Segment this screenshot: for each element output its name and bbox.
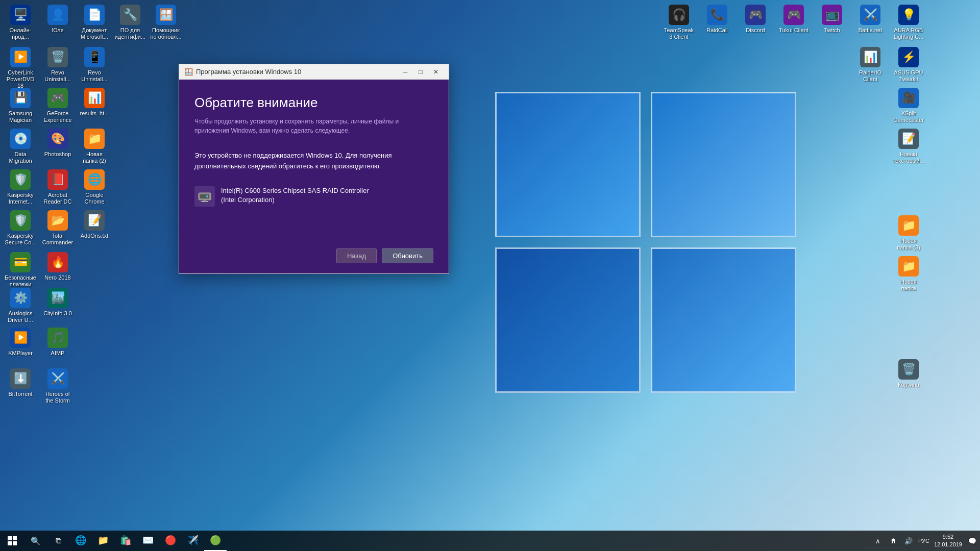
icon-word-doc[interactable]: 📄 Документ Microsoft...	[77, 3, 112, 42]
icon-discord[interactable]: 🎮 Discord	[738, 3, 773, 36]
taskbar-clock[interactable]: 9:52 12.01.2019	[932, 533, 965, 549]
icon-bittorrent[interactable]: ⬇️ BitTorrent	[3, 366, 38, 399]
icon-auslogics[interactable]: ⚙️ Auslogics Driver U...	[3, 286, 38, 325]
icon-new-folder-3[interactable]: 📁 Новая папка (3)	[891, 213, 926, 253]
tray-show-hidden[interactable]: ∧	[870, 531, 886, 551]
word-doc-label: Документ Microsoft...	[79, 27, 110, 40]
icon-geforce[interactable]: 🎮 GeForce Experience	[40, 86, 76, 126]
icon-new-folder-2[interactable]: 📁 Новая папка (2)	[77, 127, 112, 166]
tukui-icon: 🎮	[783, 5, 804, 25]
svg-rect-8	[13, 541, 17, 545]
new-folder-3-icon: 📁	[898, 215, 919, 236]
icon-new-folder[interactable]: 📁 Новая папка	[891, 254, 926, 294]
taskbar-app-store[interactable]: 🛍️	[114, 531, 137, 551]
icon-asus-gpu[interactable]: ⚡ ASUS GPU Tweakii	[891, 45, 926, 85]
taskbar-app-mail[interactable]: ✉️	[137, 531, 159, 551]
icon-new-textfile[interactable]: 📝 Новый текстовый...	[891, 127, 926, 166]
xsplit-icon: 🟢	[210, 535, 221, 546]
battlenet-label: Battle.net	[859, 27, 882, 34]
icon-xsplit-gamecaster[interactable]: 🎥 XSplit Gamecaster	[891, 86, 926, 126]
icon-cyberlink[interactable]: ▶️ CyberLink PowerDVD 18	[3, 45, 38, 92]
revo-label: Revo Uninstall...	[42, 69, 74, 83]
tray-action-center[interactable]: 🗨️	[965, 531, 980, 551]
icon-cityinfo[interactable]: 🏙️ CityInfo 3.0	[40, 286, 76, 319]
language-label: РУС	[918, 538, 929, 544]
tray-volume-icon[interactable]: 🔊	[901, 531, 916, 551]
icon-bezopasnyie[interactable]: 💳 Безопасные платежи	[3, 250, 38, 290]
icon-teamspeak3[interactable]: 🎧 TeamSpeak 3 Client	[661, 3, 697, 42]
modal-controls: ─ □ ✕	[398, 67, 444, 77]
start-button[interactable]	[0, 531, 24, 551]
icon-acrobat[interactable]: 📕 Acrobat Reader DC	[40, 167, 76, 207]
samsung-magician-icon: 💾	[10, 88, 31, 108]
icon-pomoshnik[interactable]: 🪟 Помощник по обновл...	[148, 3, 184, 42]
smart-switch-icon: 📱	[84, 47, 105, 67]
taskbar-taskview-button[interactable]: ⧉	[47, 531, 69, 551]
icon-aura-rgb[interactable]: 💡 AURA RGB Lighting C...	[891, 3, 926, 42]
icon-raiderio[interactable]: 📊 RaiderIO Client	[852, 45, 888, 85]
icon-kaspersky-secure[interactable]: 🛡️ Kaspersky Secure Co...	[3, 208, 38, 248]
photoshop-icon: 🎨	[47, 129, 68, 149]
discord-label: Discord	[746, 27, 765, 34]
icon-po-dlya[interactable]: 🔧 ПО для идентифи...	[112, 3, 148, 42]
taskbar-app-explorer[interactable]: 📁	[92, 531, 114, 551]
kaspersky-internet-icon: 🛡️	[10, 169, 31, 190]
nero-label: Nero 2018	[44, 274, 70, 281]
modal-close-button[interactable]: ✕	[428, 67, 444, 77]
icon-nero[interactable]: 🔥 Nero 2018	[40, 250, 76, 283]
battlenet-icon: ⚔️	[860, 5, 880, 25]
modal-update-button[interactable]: Обновить	[382, 248, 433, 263]
new-folder-2-icon: 📁	[84, 129, 105, 149]
icon-smart-switch[interactable]: 📱 Revo Uninstall...	[77, 45, 112, 85]
icon-online-product[interactable]: 🖥️ Онлайн-прод...	[3, 3, 38, 42]
pomoshnik-label: Помощник по обновл...	[150, 27, 182, 40]
tray-language[interactable]: РУС	[916, 531, 932, 551]
modal-minimize-button[interactable]: ─	[398, 67, 413, 77]
icon-raidcall[interactable]: 📞 RaidCall	[699, 3, 735, 36]
icon-photoshop[interactable]: 🎨 Photoshop	[40, 127, 76, 160]
nero-icon: 🔥	[47, 252, 68, 272]
modal-device-item: Intel(R) C600 Series Chipset SAS RAID Co…	[194, 182, 433, 211]
modal-back-button[interactable]: Назад	[336, 248, 377, 263]
explorer-icon: 📁	[97, 535, 109, 546]
icon-kaspersky-internet[interactable]: 🛡️ Kaspersky Internet...	[3, 167, 38, 207]
kmplayer-label: KMPlayer	[8, 350, 33, 357]
icon-revo[interactable]: 🗑️ Revo Uninstall...	[40, 45, 76, 85]
taskbar-app-edge[interactable]: 🌐	[69, 531, 92, 551]
asus-gpu-icon: ⚡	[898, 47, 919, 67]
taskbar-search-button[interactable]: 🔍	[24, 531, 47, 551]
icon-recycle-bin[interactable]: 🗑️ Корзина	[891, 357, 926, 390]
modal-title-icon: 🪟	[184, 68, 193, 76]
raiderio-icon: 📊	[860, 47, 880, 67]
icon-kmplayer[interactable]: ▶️ KMPlayer	[3, 325, 38, 359]
bittorrent-icon: ⬇️	[10, 368, 31, 389]
taskbar-app-telegram[interactable]: ✈️	[182, 531, 204, 551]
pomoshnik-icon: 🪟	[156, 5, 176, 25]
addons-txt-icon: 📝	[84, 210, 105, 231]
bezopasnyie-icon: 💳	[10, 252, 31, 272]
twitch-label: Twitch	[824, 27, 840, 34]
icon-aimp[interactable]: 🎵 AIMP	[40, 325, 76, 359]
modal-window: 🪟 Программа установки Windows 10 ─ □ ✕ О…	[179, 64, 449, 274]
icon-yulia[interactable]: 👤 Юля	[40, 3, 76, 36]
telegram-icon: ✈️	[187, 535, 199, 546]
icon-results[interactable]: 📊 results_ht...	[77, 86, 112, 119]
taskbar-app-xsplit[interactable]: 🟢	[204, 531, 227, 551]
geforce-icon: 🎮	[47, 88, 68, 108]
icon-google-chrome[interactable]: 🌐 Google Chrome	[77, 167, 112, 207]
icon-addons-txt[interactable]: 📝 AddOns.txt	[77, 208, 112, 241]
tray-network-icon[interactable]	[886, 531, 901, 551]
icon-total-commander[interactable]: 📂 Total Commander	[40, 208, 76, 248]
svg-rect-3	[201, 201, 208, 202]
icon-heroes-storm[interactable]: ⚔️ Heroes of the Storm	[40, 366, 76, 406]
icon-tukui[interactable]: 🎮 Tukui Client	[776, 3, 812, 36]
taskbar-app-opera[interactable]: 🔴	[159, 531, 182, 551]
icon-battlenet[interactable]: ⚔️ Battle.net	[852, 3, 888, 36]
icon-samsung-magician[interactable]: 💾 Samsung Magician	[3, 86, 38, 126]
modal-maximize-button[interactable]: □	[413, 67, 428, 77]
new-folder-3-label: Новая папка (3)	[893, 238, 924, 251]
icon-twitch[interactable]: 📺 Twitch	[814, 3, 850, 36]
geforce-label: GeForce Experience	[42, 110, 74, 123]
po-dlya-icon: 🔧	[120, 5, 140, 25]
icon-data-migration[interactable]: 💿 Data Migration	[3, 127, 38, 166]
